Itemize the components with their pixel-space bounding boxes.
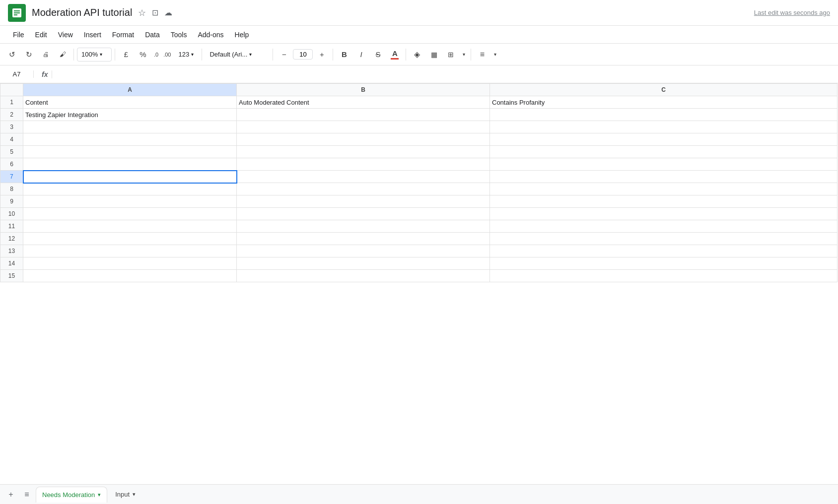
cell[interactable] [23, 245, 237, 257]
italic-button[interactable]: I [353, 47, 369, 63]
row-number[interactable]: 14 [0, 257, 23, 270]
menu-insert[interactable]: Insert [79, 29, 106, 41]
cell[interactable] [490, 133, 838, 146]
cell[interactable] [490, 245, 838, 257]
font-dropdown[interactable]: Default (Ari... ▾ [205, 48, 270, 62]
row-number[interactable]: 11 [0, 220, 23, 233]
cell[interactable] [23, 171, 237, 183]
cell[interactable] [237, 146, 490, 158]
menu-tools[interactable]: Tools [166, 29, 192, 41]
cell[interactable] [237, 195, 490, 208]
menu-format[interactable]: Format [107, 29, 139, 41]
undo-button[interactable]: ↺ [4, 47, 20, 63]
menu-file[interactable]: File [8, 29, 29, 41]
bold-button[interactable]: B [336, 47, 352, 63]
cell[interactable] [237, 245, 490, 257]
menu-help[interactable]: Help [230, 29, 254, 41]
row-number[interactable]: 9 [0, 195, 23, 208]
cell[interactable] [490, 109, 838, 121]
row-number[interactable]: 8 [0, 183, 23, 195]
row-number[interactable]: 10 [0, 208, 23, 220]
cell[interactable] [23, 133, 237, 146]
cell[interactable] [490, 195, 838, 208]
row-number[interactable]: 13 [0, 245, 23, 257]
menu-addons[interactable]: Add-ons [193, 29, 228, 41]
cell[interactable] [23, 208, 237, 220]
cell[interactable] [237, 270, 490, 282]
font-size-increase-button[interactable]: + [314, 47, 330, 63]
row-number[interactable]: 1 [0, 96, 23, 109]
cell[interactable] [490, 257, 838, 270]
cell[interactable] [490, 158, 838, 171]
cell[interactable] [237, 158, 490, 171]
cell[interactable] [237, 133, 490, 146]
font-size-box[interactable]: 10 [293, 49, 313, 60]
zoom-dropdown[interactable]: 100% ▾ [77, 48, 112, 62]
folder-icon[interactable]: ⊡ [152, 8, 158, 17]
cell[interactable] [490, 208, 838, 220]
cell[interactable]: Testing Zapier Integration [23, 109, 237, 121]
print-button[interactable]: 🖨 [38, 47, 54, 63]
format-dropdown[interactable]: 123 ▾ [174, 48, 199, 62]
cell[interactable] [490, 270, 838, 282]
merge-dropdown-button[interactable]: ▾ [460, 47, 468, 63]
inactive-sheet-tab[interactable]: Input ▾ [109, 487, 141, 503]
align-button[interactable]: ≡ [474, 47, 490, 63]
col-header-c[interactable]: C [490, 84, 838, 96]
row-number[interactable]: 2 [0, 109, 23, 121]
cell[interactable] [237, 121, 490, 133]
redo-button[interactable]: ↻ [21, 47, 37, 63]
menu-edit[interactable]: Edit [30, 29, 52, 41]
text-color-button[interactable]: A [387, 47, 403, 63]
fill-color-button[interactable]: ◈ [409, 47, 425, 63]
active-sheet-tab[interactable]: Needs Moderation ▾ [36, 487, 107, 503]
cell[interactable] [490, 220, 838, 233]
decimal-increase-button[interactable]: .00 [161, 47, 173, 63]
currency-button[interactable]: £ [118, 47, 134, 63]
active-sheet-dropdown-icon[interactable]: ▾ [98, 492, 101, 498]
font-size-decrease-button[interactable]: − [276, 47, 292, 63]
cell[interactable] [23, 257, 237, 270]
decimal-decrease-button[interactable]: .0 [152, 47, 160, 63]
cell[interactable] [23, 183, 237, 195]
inactive-sheet-dropdown-icon[interactable]: ▾ [133, 491, 136, 498]
cell[interactable] [237, 208, 490, 220]
col-header-b[interactable]: B [237, 84, 490, 96]
cell[interactable] [490, 146, 838, 158]
cell[interactable] [237, 233, 490, 245]
cell[interactable] [490, 183, 838, 195]
cell[interactable] [237, 183, 490, 195]
cell[interactable]: Auto Moderated Content [237, 96, 490, 109]
cell[interactable] [23, 233, 237, 245]
cell[interactable]: Contains Profanity [490, 96, 838, 109]
cell[interactable] [23, 270, 237, 282]
strikethrough-button[interactable]: S [370, 47, 386, 63]
row-number[interactable]: 6 [0, 158, 23, 171]
cell[interactable] [23, 220, 237, 233]
cell[interactable] [23, 121, 237, 133]
cloud-icon[interactable]: ☁ [164, 8, 172, 17]
cell[interactable] [237, 109, 490, 121]
formula-input[interactable] [56, 70, 834, 78]
cell-reference[interactable]: A7 [4, 70, 34, 78]
percent-button[interactable]: % [135, 47, 151, 63]
row-number[interactable]: 15 [0, 270, 23, 282]
merge-cells-button[interactable]: ⊞ [443, 47, 459, 63]
menu-view[interactable]: View [53, 29, 78, 41]
row-number[interactable]: 12 [0, 233, 23, 245]
col-header-a[interactable]: A [23, 84, 237, 96]
cell[interactable] [23, 195, 237, 208]
align-dropdown-button[interactable]: ▾ [491, 47, 499, 63]
row-number[interactable]: 7 [0, 171, 23, 183]
cell[interactable] [23, 158, 237, 171]
row-number[interactable]: 5 [0, 146, 23, 158]
cell[interactable] [237, 257, 490, 270]
cell[interactable] [490, 121, 838, 133]
borders-button[interactable]: ▦ [426, 47, 442, 63]
cell[interactable]: Content [23, 96, 237, 109]
cell[interactable] [237, 171, 490, 183]
cell[interactable] [237, 220, 490, 233]
grid-container[interactable]: A B C 1ContentAuto Moderated ContentCont… [0, 83, 838, 282]
star-icon[interactable]: ☆ [138, 7, 146, 18]
row-number[interactable]: 4 [0, 133, 23, 146]
